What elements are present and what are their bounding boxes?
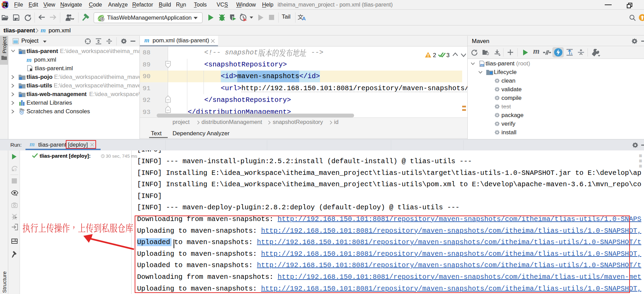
svg-text:2: 2 <box>433 52 436 59</box>
svg-text:9: 9 <box>14 168 17 172</box>
svg-text:3: 3 <box>446 52 449 59</box>
